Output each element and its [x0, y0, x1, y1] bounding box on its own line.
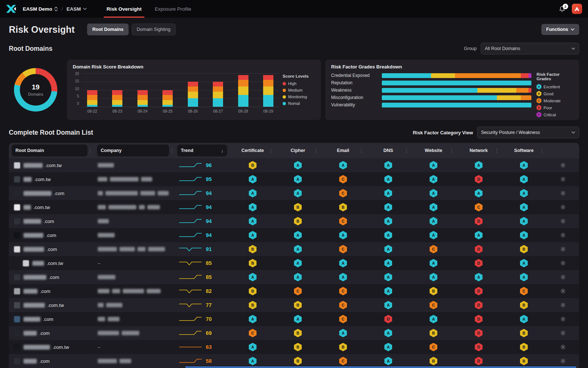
row-settings-icon[interactable]: [560, 162, 566, 168]
grade-cell-email: A: [320, 259, 366, 268]
chevron-down-icon: [571, 28, 574, 31]
row-settings-icon[interactable]: [560, 344, 566, 350]
column-header-email[interactable]: Email⋮: [320, 143, 366, 158]
column-header-software[interactable]: Software⋮: [501, 143, 546, 158]
row-settings-icon[interactable]: [560, 288, 566, 294]
table-row[interactable]: .com69CBAABDB: [9, 326, 579, 340]
risk-score-bars: [82, 73, 279, 107]
functions-button[interactable]: Functions: [541, 24, 579, 35]
column-header-trend[interactable]: Trend↓: [176, 145, 230, 156]
row-settings-icon[interactable]: [560, 218, 566, 224]
row-settings-icon[interactable]: [560, 246, 566, 252]
chevron-down-icon: [571, 47, 575, 50]
domain-suffix: .com: [39, 330, 50, 336]
column-menu-icon[interactable]: ⋮: [539, 148, 545, 153]
trend-cell: 58: [176, 357, 230, 365]
column-header-pill[interactable]: Root Domain: [12, 145, 87, 156]
table-row[interactable]: .com91BACACDB: [9, 242, 579, 256]
grade-bar-segment: [382, 95, 497, 100]
product-switcher[interactable]: EASM: [67, 6, 87, 12]
chevron-down-icon: [83, 8, 87, 10]
toggle-root-domains[interactable]: Root Domains: [87, 24, 129, 35]
grade-breakdown-row: Misconfiguration: [331, 95, 531, 100]
redacted-company-text: [98, 205, 106, 209]
column-menu-icon[interactable]: ⋮: [404, 148, 409, 153]
grade-cell-website: A: [411, 259, 456, 268]
root-domain-cell: .com.tw: [9, 204, 94, 210]
horizontal-scrollbar-thumb[interactable]: [185, 367, 576, 368]
column-header-cipher[interactable]: Cipher⋮: [275, 143, 320, 158]
table-row[interactable]: .com.tw96BAAAAAA: [9, 158, 579, 172]
grade-cell-website: A: [411, 203, 456, 212]
column-header-dns[interactable]: DNS⋮: [366, 143, 411, 158]
column-header-root-domain[interactable]: Root Domain⋮: [9, 145, 94, 156]
table-row[interactable]: .com94AAAAAAA: [9, 228, 579, 242]
column-header-pill[interactable]: Trend↓: [177, 145, 227, 156]
functions-label: Functions: [546, 27, 568, 32]
grade-badge-A: A: [475, 231, 483, 240]
grade-cell-dns: A: [366, 161, 411, 170]
row-settings-icon[interactable]: [560, 358, 566, 364]
table-row[interactable]: .com58ABCABDB: [9, 354, 579, 368]
table-row[interactable]: .com85AAAAAAA: [9, 270, 579, 284]
row-settings-icon[interactable]: [560, 190, 566, 196]
column-label: Trend: [181, 148, 193, 153]
sort-descending-icon[interactable]: ↓: [221, 148, 224, 153]
grade-badge-B: B: [294, 217, 302, 226]
trend-sparkline: [179, 204, 202, 211]
grade-cell-dns: A: [366, 329, 411, 337]
column-header-company[interactable]: Company⋮: [94, 145, 176, 156]
tab-exposure-profile[interactable]: Exposure Profile: [148, 0, 198, 18]
workspace-switcher[interactable]: EASM Demo: [23, 6, 58, 12]
column-menu-icon[interactable]: ⋮: [87, 148, 93, 153]
column-header-pill[interactable]: Company: [97, 145, 169, 156]
row-settings-icon[interactable]: [560, 260, 566, 266]
app-logo-icon[interactable]: [6, 4, 16, 13]
grade-cell-cipher: A: [275, 315, 320, 323]
toggle-domain-sighting[interactable]: Domain Sighting: [132, 24, 176, 35]
column-menu-icon[interactable]: ⋮: [358, 148, 364, 153]
grade-badge-A: A: [249, 217, 257, 226]
row-actions-cell: [546, 260, 579, 266]
column-header-network[interactable]: Network⋮: [456, 143, 501, 158]
group-select[interactable]: All Root Domains: [481, 43, 579, 54]
user-avatar[interactable]: [572, 4, 582, 14]
category-view-select[interactable]: Security Posture / Weakness: [477, 127, 579, 138]
table-row[interactable]: .com.tw95AACAADA: [9, 172, 579, 186]
table-row[interactable]: .com.tw77BBCACDB: [9, 298, 579, 312]
row-settings-icon[interactable]: [560, 302, 566, 308]
row-settings-icon[interactable]: [560, 330, 566, 336]
legend-item: Medium: [283, 88, 315, 92]
column-menu-icon[interactable]: ⋮: [169, 148, 175, 153]
tab-risk-oversight[interactable]: Risk Oversight: [100, 0, 148, 18]
table-row[interactable]: .com94ABCAADA: [9, 214, 579, 228]
table-row[interactable]: .com82BCCABDC: [9, 284, 579, 298]
column-header-website[interactable]: Website⋮: [411, 143, 456, 158]
stacked-bar: [209, 73, 226, 107]
grade-badge-A: A: [384, 273, 392, 282]
table-row[interactable]: .com.tw94ABBAACA: [9, 200, 579, 214]
row-settings-icon[interactable]: [560, 204, 566, 210]
column-menu-icon[interactable]: ⋮: [449, 148, 455, 153]
row-settings-icon[interactable]: [560, 316, 566, 322]
redacted-domain-text: [24, 275, 46, 280]
overview-cards-row: 19 Domains Domain Risk Score Breakdown 2…: [9, 60, 579, 120]
row-settings-icon[interactable]: [560, 232, 566, 238]
column-header-certificate[interactable]: Certificate⋮: [230, 143, 275, 158]
table-row[interactable]: .com.tw–63ABBACDB: [9, 340, 579, 354]
table-row[interactable]: .com94AACAAAA: [9, 186, 579, 200]
column-menu-icon[interactable]: ⋮: [313, 148, 319, 153]
trend-cell: 70: [176, 315, 230, 323]
gear-icon: [560, 358, 566, 364]
row-settings-icon[interactable]: [560, 176, 566, 182]
redacted-domain-text: [24, 191, 51, 196]
table-row[interactable]: .com70AACDADA: [9, 312, 579, 326]
column-menu-icon[interactable]: ⋮: [268, 148, 274, 153]
column-menu-icon[interactable]: ⋮: [494, 148, 500, 153]
table-row[interactable]: .com.tw–85BAAAADA: [9, 256, 579, 270]
row-settings-icon[interactable]: [560, 274, 566, 280]
grade-cell-software: B: [501, 329, 546, 337]
gear-icon: [560, 176, 566, 182]
notifications-button[interactable]: 2: [559, 6, 565, 13]
bar-segment: [112, 105, 122, 107]
